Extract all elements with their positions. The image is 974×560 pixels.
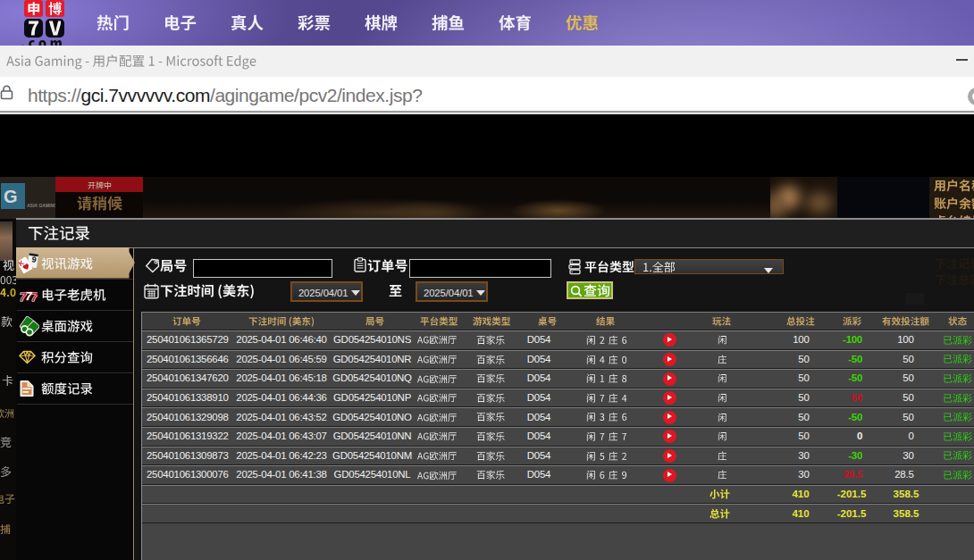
svg-text:7: 7 [26,288,33,302]
svg-text:7: 7 [31,289,38,303]
